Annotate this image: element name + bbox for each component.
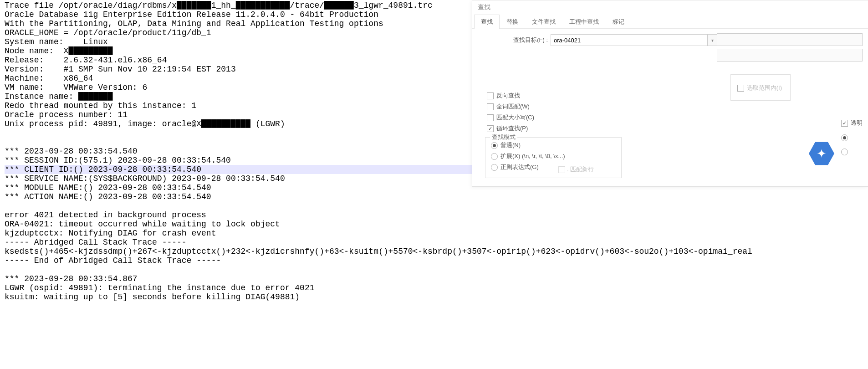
transparent-radio-1[interactable] — [841, 134, 848, 141]
find-scope-box: 选取范围内(I) — [730, 74, 791, 101]
match-case-checkbox[interactable] — [487, 114, 494, 121]
find-tab[interactable]: 文件查找 — [525, 15, 562, 29]
find-target-dropdown[interactable]: ▾ — [708, 34, 718, 46]
find-panel-title: 查找 — [472, 0, 868, 14]
transparent-label: 透明 — [851, 119, 863, 127]
trace-line[interactable]: ksedsts()+465<-kjzdssdmp()+267<-kjzduptc… — [5, 247, 863, 256]
scope-label: 选取范围内(I) — [747, 84, 782, 92]
find-mode-box: 查找模式 普通(N) 扩展(X) (\n, \r, \t, \0, \x...)… — [485, 137, 622, 178]
trace-line[interactable] — [5, 201, 863, 210]
transparent-checkbox[interactable]: ✓ — [841, 120, 848, 127]
find-options: 反向查找 全词匹配(W) 匹配大小写(C) ✓ 循环查找(P) — [487, 92, 861, 133]
mode-normal-label: 普通(N) — [500, 141, 521, 149]
find-tab[interactable]: 标记 — [606, 15, 631, 29]
find-body: 查找目标(F) : ▾ 选取范围内(I) 反向查找 全词匹配(W) — [472, 29, 868, 186]
find-action-1[interactable] — [717, 33, 863, 46]
find-tabs: 查找替换文件查找工程中查找标记 — [472, 14, 868, 29]
find-panel: 查找 查找替换文件查找工程中查找标记 查找目标(F) : ▾ 选取范围内(I) … — [472, 0, 868, 187]
trace-line[interactable]: *** 2023-09-28 00:33:54.867 — [5, 274, 863, 283]
find-tab[interactable]: 查找 — [474, 15, 500, 29]
trace-line[interactable] — [5, 265, 863, 274]
reverse-checkbox[interactable] — [487, 92, 494, 99]
find-action-2[interactable] — [717, 49, 863, 62]
find-target-input[interactable] — [551, 34, 708, 46]
trace-line[interactable]: ksuitm: waiting up to [5] seconds before… — [5, 292, 863, 302]
wrap-label: 循环查找(P) — [496, 124, 528, 133]
whole-word-label: 全词匹配(W) — [496, 102, 530, 111]
reverse-label: 反向查找 — [496, 92, 520, 100]
trace-line[interactable]: ----- End of Abridged Call Stack Trace -… — [5, 256, 863, 265]
app-logo-icon: ✦ — [809, 141, 836, 168]
find-tab[interactable]: 替换 — [500, 15, 525, 29]
match-case-label: 匹配大小写(C) — [496, 113, 534, 122]
newline-checkbox[interactable] — [558, 166, 565, 173]
trace-line[interactable]: kjzduptcctx: Notifying DIAG for crash ev… — [5, 229, 863, 238]
scope-checkbox[interactable] — [737, 85, 744, 92]
trace-line[interactable]: ----- Abridged Call Stack Trace ----- — [5, 238, 863, 247]
mode-extended-label: 扩展(X) (\n, \r, \t, \0, \x...) — [500, 152, 565, 160]
mode-regex-label: 正则表达式(G) — [500, 163, 539, 171]
whole-word-checkbox[interactable] — [487, 103, 494, 110]
find-mode-title: 查找模式 — [490, 133, 517, 141]
newline-label: . 匹配新行 — [567, 165, 594, 174]
mode-normal-radio[interactable] — [491, 142, 498, 149]
trace-line[interactable]: *** ACTION NAME:() 2023-09-28 00:33:54.5… — [5, 192, 863, 201]
transparency-group: ✓ 透明 — [841, 119, 863, 158]
wrap-checkbox[interactable]: ✓ — [487, 125, 494, 132]
mode-extended-radio[interactable] — [491, 153, 498, 160]
transparent-radio-2[interactable] — [841, 149, 848, 155]
mode-regex-radio[interactable] — [491, 164, 498, 171]
find-tab[interactable]: 工程中查找 — [562, 15, 606, 29]
trace-line[interactable]: ORA-04021: timeout occurred while waitin… — [5, 220, 863, 229]
find-target-label: 查找目标(F) : — [480, 36, 548, 44]
trace-line[interactable]: error 4021 detected in background proces… — [5, 210, 863, 220]
trace-line[interactable]: LGWR (ospid: 49891): terminating the ins… — [5, 283, 863, 292]
